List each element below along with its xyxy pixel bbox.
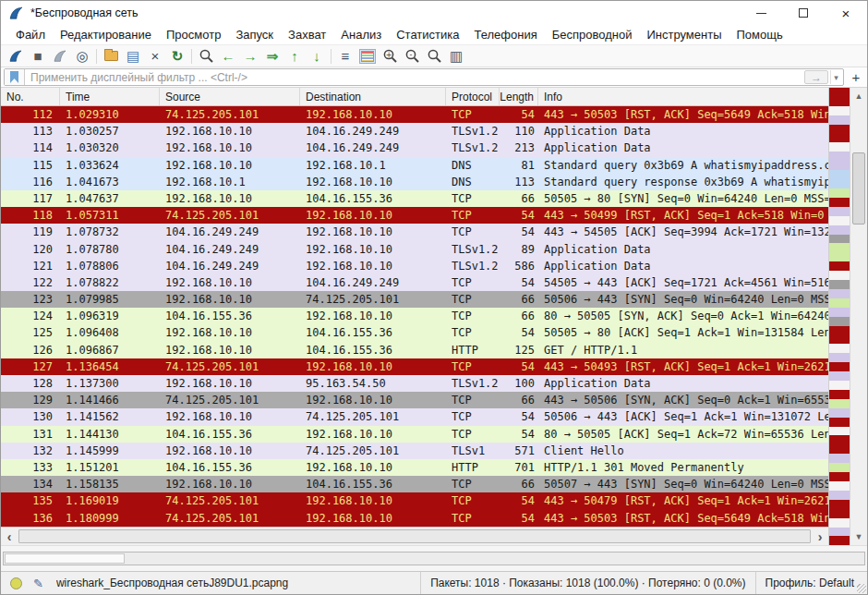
minimize-button[interactable] bbox=[740, 1, 782, 25]
cell-dst: 192.168.10.10 bbox=[300, 106, 446, 123]
packet-row[interactable]: 1241.096319104.16.155.36192.168.10.10TCP… bbox=[1, 308, 828, 324]
packet-row[interactable]: 1271.13645474.125.205.101192.168.10.10TC… bbox=[1, 358, 828, 375]
cell-len: 113 bbox=[500, 174, 538, 190]
packet-row[interactable]: 1311.144130104.16.155.36192.168.10.10TCP… bbox=[1, 426, 828, 443]
detail-pane-scrollbar[interactable] bbox=[3, 552, 865, 565]
stop-capture-icon[interactable]: ■ bbox=[27, 46, 49, 67]
menu-item-wireless[interactable]: Беспроводной bbox=[545, 26, 640, 43]
resize-grip[interactable] bbox=[857, 584, 866, 593]
packet-row[interactable]: 1351.16901974.125.205.101192.168.10.10TC… bbox=[1, 492, 828, 509]
profile-selector[interactable]: Профиль: Default bbox=[756, 577, 868, 589]
packet-row[interactable]: 1151.033624192.168.10.10192.168.10.1DNS8… bbox=[1, 157, 828, 174]
minimap-stripe bbox=[829, 334, 850, 344]
column-header-no[interactable]: No. bbox=[1, 88, 60, 105]
capture-options-icon[interactable]: ◎ bbox=[71, 46, 93, 67]
detail-pane-scroll-thumb[interactable] bbox=[5, 553, 125, 564]
packet-row[interactable]: 1261.096867192.168.10.10104.16.155.36HTT… bbox=[1, 342, 828, 358]
column-header-src[interactable]: Source bbox=[160, 88, 300, 105]
packet-row[interactable]: 1291.14146674.125.205.101192.168.10.10TC… bbox=[1, 392, 828, 408]
zoom-reset-icon[interactable] bbox=[423, 46, 445, 67]
packet-row[interactable]: 1171.047637192.168.10.10104.16.155.36TCP… bbox=[1, 190, 828, 207]
save-file-icon[interactable]: ▤ bbox=[122, 46, 144, 67]
column-header-len[interactable]: Length bbox=[500, 88, 538, 105]
zoom-in-icon[interactable]: + bbox=[379, 46, 401, 67]
column-header-time[interactable]: Time bbox=[60, 88, 160, 105]
open-file-icon[interactable] bbox=[100, 46, 122, 67]
apply-arrow-icon: → bbox=[811, 71, 822, 84]
previous-packet-icon[interactable]: ← bbox=[217, 46, 239, 67]
minimap-stripe bbox=[829, 472, 850, 481]
packet-row[interactable]: 1361.18099974.125.205.101192.168.10.10TC… bbox=[1, 510, 828, 527]
resize-columns-icon[interactable]: ▥ bbox=[445, 46, 467, 67]
first-packet-icon[interactable]: ↑ bbox=[283, 46, 306, 67]
packet-row[interactable]: 1181.05731174.125.205.101192.168.10.10TC… bbox=[1, 207, 828, 224]
maximize-button[interactable] bbox=[782, 1, 825, 25]
packet-row[interactable]: 1321.145999192.168.10.1074.125.205.101TL… bbox=[1, 443, 828, 459]
menu-item-file[interactable]: Файл bbox=[8, 26, 53, 43]
menu-item-telephony[interactable]: Телефония bbox=[466, 26, 544, 43]
zoom-out-icon[interactable]: - bbox=[401, 46, 423, 67]
h-scroll-thumb[interactable] bbox=[18, 529, 811, 543]
expert-info-icon[interactable] bbox=[10, 577, 22, 589]
window-title: *Беспроводная сеть bbox=[30, 6, 740, 19]
find-packet-icon[interactable] bbox=[195, 46, 217, 67]
horizontal-scrollbar[interactable]: ‹ › bbox=[1, 527, 828, 545]
column-header-proto[interactable]: Protocol bbox=[446, 88, 500, 105]
last-packet-icon[interactable]: ↓ bbox=[306, 46, 328, 67]
display-filter-input[interactable] bbox=[25, 69, 804, 85]
colorize-icon[interactable] bbox=[356, 46, 379, 67]
v-scroll-track[interactable] bbox=[850, 104, 867, 528]
vertical-scrollbar[interactable]: ▲ ▼ bbox=[850, 88, 867, 545]
packet-row[interactable]: 1281.137300192.168.10.1095.163.54.50TLSv… bbox=[1, 375, 828, 392]
cell-dst: 192.168.10.10 bbox=[300, 459, 446, 476]
minimap-stripe bbox=[829, 444, 850, 454]
packet-row[interactable]: 1331.151201104.16.155.36192.168.10.10HTT… bbox=[1, 459, 828, 476]
menu-item-help[interactable]: Помощь bbox=[729, 26, 790, 43]
packet-row[interactable]: 1301.141562192.168.10.1074.125.205.101TC… bbox=[1, 408, 828, 425]
goto-packet-icon[interactable]: ⇒ bbox=[261, 46, 283, 67]
start-capture-icon[interactable] bbox=[5, 46, 27, 67]
filter-dropdown-caret[interactable]: ▾ bbox=[830, 70, 841, 84]
packet-minimap[interactable] bbox=[828, 88, 850, 545]
packet-row[interactable]: 1161.041673192.168.10.1192.168.10.10DNS1… bbox=[1, 174, 828, 190]
reload-file-icon[interactable]: ↻ bbox=[166, 46, 188, 67]
apply-filter-button[interactable]: → bbox=[804, 70, 828, 84]
restart-capture-icon[interactable] bbox=[49, 46, 71, 67]
menu-item-edit[interactable]: Редактирование bbox=[53, 26, 159, 43]
add-filter-button[interactable]: + bbox=[848, 69, 864, 86]
cell-dst: 104.16.155.36 bbox=[300, 190, 446, 207]
cell-len: 89 bbox=[500, 241, 538, 258]
cell-len: 66 bbox=[500, 308, 538, 324]
menu-item-analyze[interactable]: Анализ bbox=[333, 26, 389, 43]
filter-bookmark-button[interactable] bbox=[5, 69, 25, 85]
scroll-right-button[interactable]: › bbox=[812, 528, 828, 545]
scroll-left-button[interactable]: ‹ bbox=[1, 528, 18, 545]
scroll-up-button[interactable]: ▲ bbox=[850, 88, 867, 104]
packet-row[interactable]: 1211.078806104.16.249.249192.168.10.10TL… bbox=[1, 258, 828, 274]
packet-row[interactable]: 1141.030320192.168.10.10104.16.249.249TL… bbox=[1, 140, 828, 156]
h-scroll-track[interactable] bbox=[18, 528, 812, 545]
packet-row[interactable]: 1131.030257192.168.10.10104.16.249.249TL… bbox=[1, 123, 828, 140]
close-file-icon[interactable]: × bbox=[144, 46, 166, 67]
column-header-dst[interactable]: Destination bbox=[300, 88, 446, 105]
packet-row[interactable]: 1341.158135192.168.10.10104.16.155.36TCP… bbox=[1, 476, 828, 492]
menu-item-view[interactable]: Просмотр bbox=[159, 26, 228, 43]
packet-list-area: No.TimeSourceDestinationProtocolLengthIn… bbox=[1, 88, 867, 545]
close-button[interactable]: × bbox=[825, 1, 867, 25]
next-packet-icon[interactable]: → bbox=[239, 46, 261, 67]
menu-item-capture[interactable]: Захват bbox=[281, 26, 333, 43]
menu-item-statistics[interactable]: Статистика bbox=[389, 26, 466, 43]
packet-row[interactable]: 1191.078732104.16.249.249192.168.10.10TC… bbox=[1, 224, 828, 240]
column-header-info[interactable]: Info bbox=[538, 88, 828, 105]
scroll-down-button[interactable]: ▼ bbox=[850, 528, 867, 545]
menu-item-tools[interactable]: Инструменты bbox=[639, 26, 729, 43]
packet-row[interactable]: 1121.02931074.125.205.101192.168.10.10TC… bbox=[1, 106, 828, 123]
packet-row[interactable]: 1231.079985192.168.10.1074.125.205.101TC… bbox=[1, 291, 828, 308]
menu-item-go[interactable]: Запуск bbox=[228, 26, 281, 43]
packet-row[interactable]: 1221.078822192.168.10.10104.16.249.249TC… bbox=[1, 274, 828, 291]
capture-comment-icon[interactable]: ✎ bbox=[33, 577, 43, 590]
packet-row[interactable]: 1251.096408192.168.10.10104.16.155.36TCP… bbox=[1, 324, 828, 341]
v-scroll-thumb[interactable] bbox=[852, 152, 865, 225]
packet-row[interactable]: 1201.078780104.16.249.249192.168.10.10TL… bbox=[1, 241, 828, 258]
auto-scroll-icon[interactable]: ≡ bbox=[334, 46, 356, 67]
